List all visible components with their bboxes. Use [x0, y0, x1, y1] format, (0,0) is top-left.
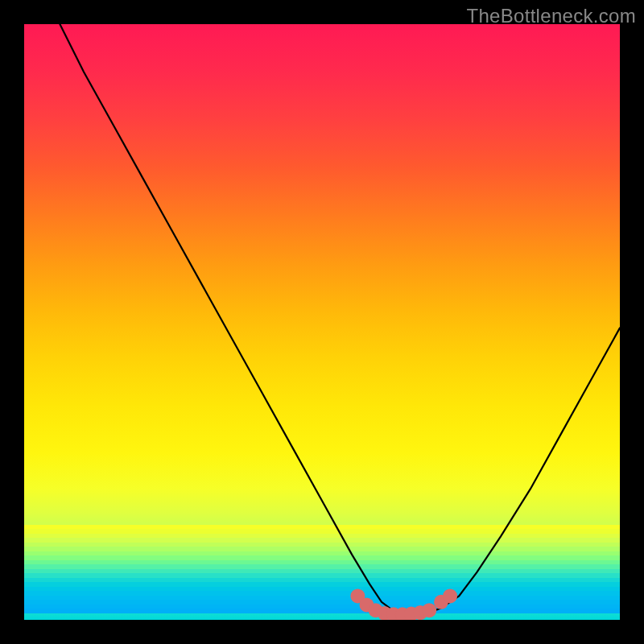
curve-overlay — [24, 24, 620, 620]
watermark-text: TheBottleneck.com — [466, 5, 636, 27]
bottleneck-curve — [60, 24, 620, 614]
bottom-marker-group — [350, 588, 457, 620]
marker-dot — [443, 588, 457, 603]
chart-frame: TheBottleneck.com — [0, 0, 644, 644]
plot-area — [24, 24, 620, 620]
marker-dot — [422, 603, 436, 617]
